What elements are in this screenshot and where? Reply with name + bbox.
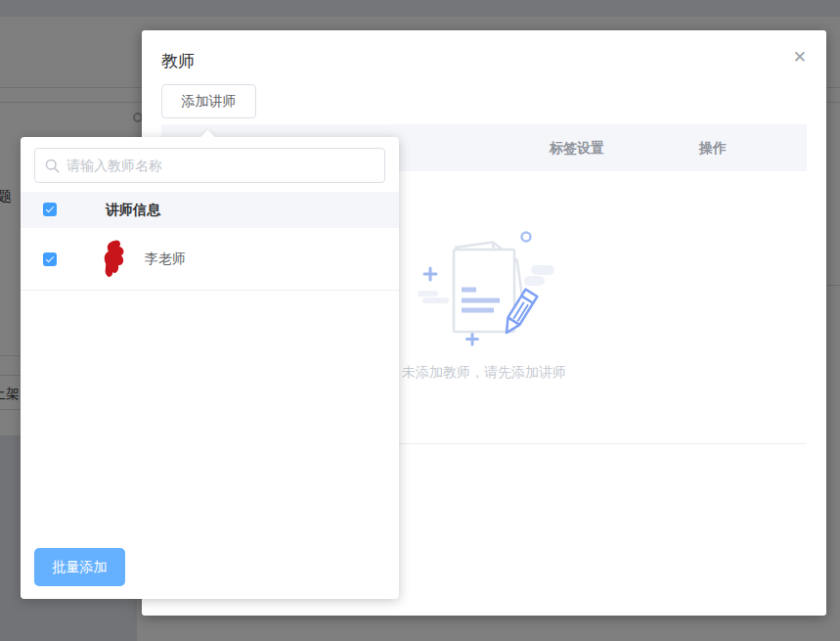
table-header-tags: 标签设置 [489,124,665,171]
teacher-list-header: 讲师信息 [21,192,399,228]
teacher-list-header-label: 讲师信息 [106,202,160,219]
dialog-title: 教师 [161,50,195,72]
select-all-checkbox[interactable] [43,203,57,216]
search-icon [45,159,60,173]
table-header-actions: 操作 [659,124,767,171]
batch-add-button[interactable]: 批量添加 [34,548,125,586]
teacher-search-box [34,148,385,183]
teacher-search-input[interactable] [66,149,379,182]
screen: 标题 上架 教师 ✕ 添加讲师 标签设置 操作 [0,0,840,641]
teacher-avatar [103,240,126,279]
close-icon[interactable]: ✕ [793,49,807,66]
teacher-name: 李老师 [145,251,186,268]
add-teacher-button[interactable]: 添加讲师 [161,84,256,118]
teacher-checkbox[interactable] [43,252,57,266]
teacher-picker-popover: 讲师信息 李老师 批量添加 [21,137,399,599]
empty-state-illustration [416,217,562,352]
teacher-list-item[interactable]: 李老师 [21,228,399,291]
